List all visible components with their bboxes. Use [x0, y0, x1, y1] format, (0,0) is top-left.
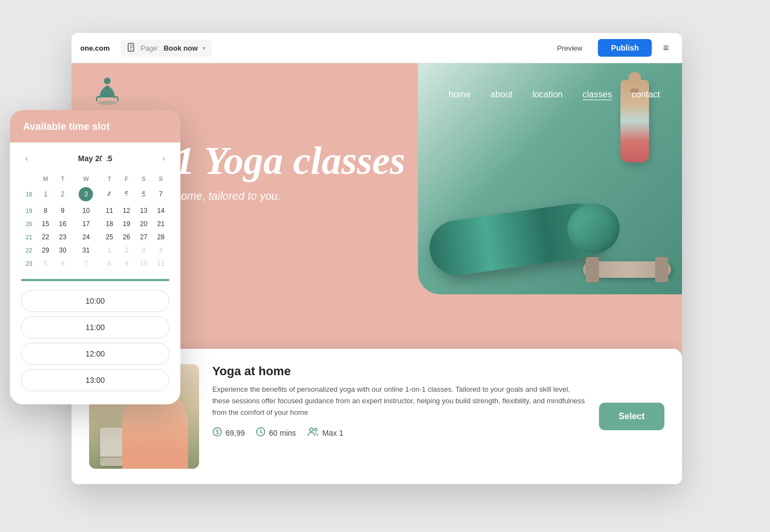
nav-link-location[interactable]: location	[532, 90, 563, 99]
page-label: Page:	[140, 44, 159, 52]
week-num-21: 21	[21, 231, 37, 244]
cal-day[interactable]: 22	[37, 231, 54, 244]
cal-day[interactable]: 12	[118, 204, 135, 217]
svg-line-10	[261, 432, 262, 434]
dumbbells	[583, 261, 671, 278]
laptop	[100, 427, 172, 466]
table-row: 20 15 16 17 18 19 20 21	[21, 217, 169, 231]
cal-day[interactable]: 17	[71, 217, 101, 231]
publish-button[interactable]: Publish	[598, 39, 652, 57]
cal-day[interactable]: 25	[101, 231, 118, 244]
cal-day[interactable]: 4	[152, 244, 169, 257]
booking-meta: $ 69,99 60 mins	[212, 427, 586, 439]
hamburger-icon: ≡	[663, 42, 669, 53]
cal-day[interactable]: 23	[54, 231, 71, 244]
week-num-23: 23	[21, 257, 37, 270]
week-num-19: 19	[21, 204, 37, 217]
cal-day[interactable]: 5	[37, 257, 54, 270]
site-nav: home about location classes contact	[72, 63, 682, 125]
brand-logo: one.com	[80, 44, 109, 52]
cal-day[interactable]: 13	[135, 204, 152, 217]
site-logo	[94, 76, 121, 112]
nav-item-about[interactable]: about	[491, 90, 513, 100]
capacity-meta: Max 1	[307, 427, 343, 439]
price-value: 69,99	[226, 429, 245, 437]
cal-day[interactable]: 1	[37, 184, 54, 204]
cal-day[interactable]: 11	[152, 257, 169, 270]
time-slot-1200[interactable]: 12:00	[21, 343, 169, 365]
cal-day[interactable]: 31	[71, 244, 101, 257]
booking-info: Yoga at home Experience the benefits of …	[212, 364, 586, 439]
hero-title: 1 on 1 Yoga classes	[94, 140, 405, 182]
people-icon	[307, 427, 319, 439]
table-row: 21 22 23 24 25 26 27 28	[21, 231, 169, 244]
week-num-20: 20	[21, 217, 37, 231]
cal-day[interactable]: 8	[101, 257, 118, 270]
cal-day[interactable]: 24	[71, 231, 101, 244]
hero-subtitle: on location or at home, tailored to you.	[94, 190, 405, 202]
cal-day[interactable]: 2	[54, 184, 71, 204]
nav-link-home[interactable]: home	[449, 90, 471, 99]
cal-day[interactable]: 10	[135, 257, 152, 270]
cal-day[interactable]: 29	[37, 244, 54, 257]
hero-text: 1 on 1 Yoga classes on location or at ho…	[94, 140, 405, 202]
chevron-down-icon: ▾	[202, 45, 205, 51]
nav-item-contact[interactable]: contact	[631, 90, 660, 100]
nav-link-classes[interactable]: classes	[582, 90, 612, 99]
cal-day[interactable]: 15	[37, 217, 54, 231]
nav-item-home[interactable]: home	[449, 90, 471, 100]
nav-link-contact[interactable]: contact	[631, 90, 660, 99]
yoga-mat	[426, 200, 608, 279]
cal-day[interactable]: 14	[152, 204, 169, 217]
time-slot-1000[interactable]: 10:00	[21, 290, 169, 312]
yoga-logo-icon	[94, 86, 121, 112]
cal-day[interactable]: 21	[152, 217, 169, 231]
cal-day[interactable]: 2	[118, 244, 135, 257]
cal-day[interactable]: 6	[54, 257, 71, 270]
booking-title: Yoga at home	[212, 364, 586, 379]
calendar-prev-button[interactable]: ‹	[21, 151, 32, 166]
cal-day[interactable]: 9	[54, 204, 71, 217]
page-selector[interactable]: Page: Book now ▾	[120, 40, 211, 57]
cal-day[interactable]: 8	[37, 204, 54, 217]
week-num-22: 22	[21, 244, 37, 257]
time-slot-1300[interactable]: 13:00	[21, 369, 169, 391]
cal-day[interactable]: 7	[71, 257, 101, 270]
cal-header-tue: T	[54, 173, 71, 184]
cal-header-weeknum	[21, 173, 37, 184]
cal-day[interactable]: 28	[152, 231, 169, 244]
svg-point-11	[310, 428, 313, 431]
page-icon	[127, 43, 136, 53]
nav-link-about[interactable]: about	[491, 90, 513, 99]
cal-day[interactable]: 20	[135, 217, 152, 231]
svg-text:$: $	[216, 429, 219, 435]
time-slot-1100[interactable]: 11:00	[21, 316, 169, 338]
cal-day[interactable]: 3	[135, 244, 152, 257]
person-body	[125, 414, 163, 463]
price-icon: $	[212, 427, 222, 439]
duration-meta: 60 mins	[256, 427, 296, 439]
cal-day[interactable]: 1	[101, 244, 118, 257]
nav-item-location[interactable]: location	[532, 90, 563, 100]
cal-day[interactable]: 27	[135, 231, 152, 244]
cal-day[interactable]: 16	[54, 217, 71, 231]
cal-day[interactable]: 11	[101, 204, 118, 217]
price-meta: $ 69,99	[212, 427, 245, 439]
page-name: Book now	[163, 44, 197, 52]
cal-day[interactable]: 18	[101, 217, 118, 231]
select-button[interactable]: Select	[599, 403, 664, 430]
time-slots: 10:00 11:00 12:00 13:00	[10, 290, 180, 391]
preview-button[interactable]: Preview	[548, 40, 591, 56]
menu-button[interactable]: ≡	[658, 40, 673, 56]
cal-day[interactable]: 19	[118, 217, 135, 231]
cal-day[interactable]: 10	[71, 204, 101, 217]
browser-toolbar: one.com Page: Book now ▾ Preview Publish…	[72, 33, 682, 63]
cal-day[interactable]: 30	[54, 244, 71, 257]
nav-item-classes[interactable]: classes	[582, 90, 612, 100]
mat-roll-end	[564, 200, 623, 256]
week-num-18: 18	[21, 184, 37, 204]
cal-header-mon: M	[37, 173, 54, 184]
cal-day[interactable]: 26	[118, 231, 135, 244]
cal-day[interactable]: 9	[118, 257, 135, 270]
divider-bar	[21, 279, 169, 281]
